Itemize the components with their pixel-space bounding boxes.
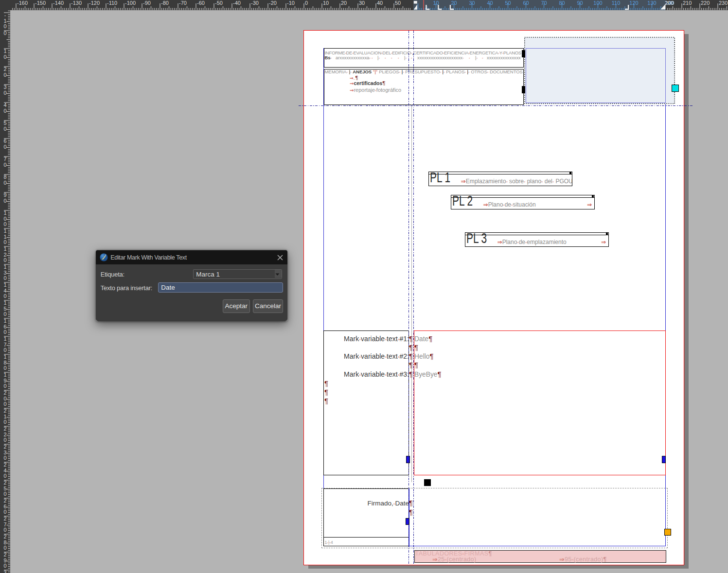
svg-text:0: 0 [3,545,6,551]
svg-text:0: 0 [3,473,6,479]
svg-text:5: 5 [3,306,6,312]
svg-text:200: 200 [665,0,674,6]
svg-text:7: 7 [3,342,6,347]
svg-text:20: 20 [451,0,457,6]
svg-text:3: 3 [3,450,6,455]
svg-text:10: 10 [323,0,329,6]
svg-text:0: 0 [3,216,6,222]
svg-text:1: 1 [3,354,6,360]
svg-text:0: 0 [3,311,6,317]
svg-text:5: 5 [3,486,6,491]
svg-text:-80: -80 [161,0,169,6]
svg-text:40: 40 [487,0,493,6]
svg-text:7: 7 [3,156,6,162]
svg-text:210: 210 [683,0,692,6]
svg-text:3: 3 [3,84,6,90]
svg-text:3: 3 [3,270,6,276]
svg-text:2: 2 [3,552,6,557]
svg-text:0: 0 [3,509,6,515]
svg-text:6: 6 [3,324,6,330]
svg-text:1: 1 [3,48,6,54]
svg-text:4: 4 [3,288,6,294]
svg-text:-140: -140 [53,0,64,6]
svg-text:1: 1 [3,246,6,252]
svg-text:0: 0 [3,275,6,281]
svg-text:2: 2 [3,252,6,258]
svg-text:9: 9 [3,378,6,383]
svg-text:2: 2 [3,498,6,504]
svg-text:-90: -90 [143,0,151,6]
svg-text:4: 4 [3,102,6,108]
svg-text:2: 2 [3,534,6,539]
svg-text:1: 1 [3,234,6,240]
svg-text:2: 2 [3,432,6,437]
svg-text:1: 1 [3,210,6,216]
svg-text:5: 5 [3,120,6,126]
svg-text:-: - [4,12,6,18]
svg-text:90: 90 [577,0,583,6]
svg-text:30: 30 [359,0,365,6]
svg-text:2: 2 [3,390,6,396]
svg-text:0: 0 [3,491,6,497]
svg-text:0: 0 [3,527,6,533]
svg-text:0: 0 [3,419,6,425]
svg-text:0: 0 [3,455,6,461]
svg-text:0: 0 [3,72,6,78]
svg-text:70: 70 [541,0,547,6]
svg-text:6: 6 [3,138,6,144]
svg-text:-40: -40 [233,0,241,6]
svg-text:-20: -20 [269,0,277,6]
svg-text:0: 0 [3,347,6,353]
svg-text:-110: -110 [107,0,117,6]
svg-text:-120: -120 [89,0,100,6]
svg-text:1: 1 [3,300,6,306]
svg-text:60: 60 [523,0,529,6]
svg-text:-160: -160 [17,0,28,6]
svg-text:30: 30 [469,0,475,6]
svg-text:-100: -100 [125,0,136,6]
svg-text:220: 220 [701,0,710,6]
svg-text:1: 1 [3,18,6,24]
svg-text:1: 1 [3,318,6,324]
svg-text:0: 0 [305,0,308,6]
svg-text:40: 40 [377,0,383,6]
svg-text:-10: -10 [287,0,295,6]
svg-text:8: 8 [3,539,6,545]
svg-text:1: 1 [3,228,6,234]
svg-text:0: 0 [3,365,6,371]
svg-text:0: 0 [3,30,6,36]
svg-text:230: 230 [719,0,728,6]
svg-text:20: 20 [341,0,347,6]
svg-text:8: 8 [3,360,6,365]
svg-text:0: 0 [3,401,6,407]
svg-text:-60: -60 [197,0,205,6]
svg-text:80: 80 [559,0,565,6]
svg-text:0: 0 [3,180,6,186]
svg-text:7: 7 [3,521,6,527]
svg-text:2: 2 [3,462,6,468]
svg-text:2: 2 [3,66,6,72]
svg-text:50: 50 [505,0,511,6]
svg-text:120: 120 [629,0,638,6]
svg-text:0: 0 [3,126,6,132]
svg-text:2: 2 [3,444,6,450]
svg-text:0: 0 [3,90,6,96]
svg-text:-130: -130 [71,0,82,6]
svg-text:0: 0 [3,383,6,389]
svg-text:2: 2 [3,480,6,486]
svg-text:9: 9 [3,192,6,198]
svg-text:3: 3 [3,570,6,573]
svg-text:2: 2 [3,516,6,521]
svg-text:4: 4 [3,468,6,473]
svg-text:0: 0 [3,239,6,245]
svg-text:0: 0 [3,23,6,29]
svg-text:1: 1 [3,414,6,419]
svg-text:-150: -150 [35,0,46,6]
svg-text:2: 2 [3,408,6,414]
svg-text:0: 0 [3,329,6,335]
svg-text:110: 110 [612,0,621,6]
svg-text:0: 0 [3,198,6,204]
svg-text:6: 6 [3,504,6,509]
svg-text:-50: -50 [215,0,223,6]
svg-text:0: 0 [3,162,6,168]
